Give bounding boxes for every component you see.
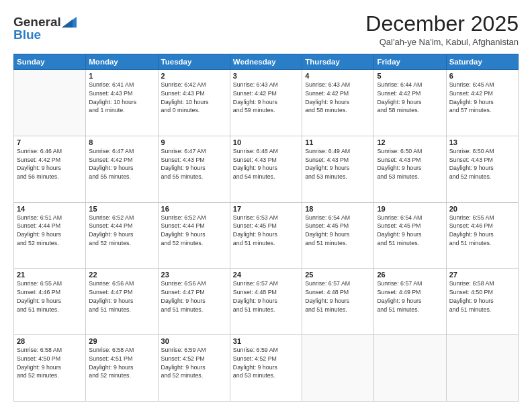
month-title: December 2025 <box>365 12 519 36</box>
day-number: 2 <box>161 72 227 80</box>
calendar-cell: 20Sunrise: 6:55 AMSunset: 4:46 PMDayligh… <box>446 202 518 269</box>
day-info: Sunrise: 6:43 AMSunset: 4:42 PMDaylight:… <box>233 81 299 115</box>
page: General Blue December 2025 Qal'ah-ye Na'… <box>0 0 532 411</box>
day-info: Sunrise: 6:58 AMSunset: 4:51 PMDaylight:… <box>89 346 154 380</box>
calendar-table: SundayMondayTuesdayWednesdayThursdayFrid… <box>13 54 519 402</box>
calendar-cell: 23Sunrise: 6:56 AMSunset: 4:47 PMDayligh… <box>158 269 230 335</box>
day-number: 13 <box>449 138 515 146</box>
day-info: Sunrise: 6:50 AMSunset: 4:43 PMDaylight:… <box>377 147 443 181</box>
day-number: 19 <box>377 205 443 213</box>
day-info: Sunrise: 6:43 AMSunset: 4:42 PMDaylight:… <box>305 81 371 115</box>
day-number: 28 <box>17 337 83 345</box>
day-number: 10 <box>233 138 299 146</box>
calendar-cell: 13Sunrise: 6:50 AMSunset: 4:43 PMDayligh… <box>446 136 518 202</box>
day-number: 31 <box>233 337 299 345</box>
day-info: Sunrise: 6:41 AMSunset: 4:43 PMDaylight:… <box>89 81 154 115</box>
day-info: Sunrise: 6:58 AMSunset: 4:50 PMDaylight:… <box>17 346 83 380</box>
day-info: Sunrise: 6:44 AMSunset: 4:42 PMDaylight:… <box>377 81 443 115</box>
calendar-week-3: 21Sunrise: 6:55 AMSunset: 4:46 PMDayligh… <box>14 269 519 335</box>
calendar-cell: 18Sunrise: 6:54 AMSunset: 4:45 PMDayligh… <box>302 202 374 269</box>
calendar-cell <box>302 335 374 402</box>
calendar-cell: 2Sunrise: 6:42 AMSunset: 4:43 PMDaylight… <box>158 70 230 136</box>
logo-blue: Blue <box>13 28 41 42</box>
calendar-cell: 6Sunrise: 6:45 AMSunset: 4:42 PMDaylight… <box>446 70 518 136</box>
col-header-sunday: Sunday <box>14 54 86 70</box>
day-info: Sunrise: 6:57 AMSunset: 4:49 PMDaylight:… <box>377 279 443 314</box>
day-info: Sunrise: 6:53 AMSunset: 4:45 PMDaylight:… <box>233 214 299 248</box>
calendar-cell: 30Sunrise: 6:59 AMSunset: 4:52 PMDayligh… <box>158 335 230 402</box>
day-number: 14 <box>17 205 83 213</box>
calendar-cell: 10Sunrise: 6:48 AMSunset: 4:43 PMDayligh… <box>230 136 302 202</box>
day-info: Sunrise: 6:54 AMSunset: 4:45 PMDaylight:… <box>377 214 443 248</box>
calendar-week-0: 1Sunrise: 6:41 AMSunset: 4:43 PMDaylight… <box>14 70 519 136</box>
day-info: Sunrise: 6:56 AMSunset: 4:47 PMDaylight:… <box>161 279 227 314</box>
calendar-cell: 16Sunrise: 6:52 AMSunset: 4:44 PMDayligh… <box>158 202 230 269</box>
calendar-cell: 26Sunrise: 6:57 AMSunset: 4:49 PMDayligh… <box>374 269 446 335</box>
header: General Blue December 2025 Qal'ah-ye Na'… <box>13 12 519 47</box>
day-number: 30 <box>161 337 227 345</box>
title-block: December 2025 Qal'ah-ye Na'im, Kabul, Af… <box>365 12 519 47</box>
day-number: 3 <box>233 72 299 80</box>
calendar-cell: 29Sunrise: 6:58 AMSunset: 4:51 PMDayligh… <box>86 335 158 402</box>
col-header-wednesday: Wednesday <box>230 54 302 70</box>
day-info: Sunrise: 6:55 AMSunset: 4:46 PMDaylight:… <box>17 279 83 314</box>
calendar-cell: 27Sunrise: 6:58 AMSunset: 4:50 PMDayligh… <box>446 269 518 335</box>
day-number: 16 <box>161 205 227 213</box>
day-number: 21 <box>17 271 83 279</box>
day-number: 25 <box>305 271 371 279</box>
calendar-week-2: 14Sunrise: 6:51 AMSunset: 4:44 PMDayligh… <box>14 202 519 269</box>
calendar-cell: 8Sunrise: 6:47 AMSunset: 4:42 PMDaylight… <box>86 136 158 202</box>
day-number: 7 <box>17 138 83 146</box>
day-info: Sunrise: 6:56 AMSunset: 4:47 PMDaylight:… <box>89 279 154 314</box>
calendar-cell <box>446 335 518 402</box>
day-info: Sunrise: 6:42 AMSunset: 4:43 PMDaylight:… <box>161 81 227 115</box>
day-info: Sunrise: 6:52 AMSunset: 4:44 PMDaylight:… <box>161 214 227 248</box>
col-header-tuesday: Tuesday <box>158 54 230 70</box>
calendar-cell: 14Sunrise: 6:51 AMSunset: 4:44 PMDayligh… <box>14 202 86 269</box>
calendar-cell: 31Sunrise: 6:59 AMSunset: 4:52 PMDayligh… <box>230 335 302 402</box>
calendar-cell: 1Sunrise: 6:41 AMSunset: 4:43 PMDaylight… <box>86 70 158 136</box>
calendar-cell: 15Sunrise: 6:52 AMSunset: 4:44 PMDayligh… <box>86 202 158 269</box>
calendar-cell: 3Sunrise: 6:43 AMSunset: 4:42 PMDaylight… <box>230 70 302 136</box>
calendar-week-4: 28Sunrise: 6:58 AMSunset: 4:50 PMDayligh… <box>14 335 519 402</box>
calendar-cell: 28Sunrise: 6:58 AMSunset: 4:50 PMDayligh… <box>14 335 86 402</box>
day-info: Sunrise: 6:51 AMSunset: 4:44 PMDaylight:… <box>17 214 83 248</box>
col-header-friday: Friday <box>374 54 446 70</box>
day-number: 4 <box>305 72 371 80</box>
day-info: Sunrise: 6:47 AMSunset: 4:43 PMDaylight:… <box>161 147 227 181</box>
calendar-cell: 9Sunrise: 6:47 AMSunset: 4:43 PMDaylight… <box>158 136 230 202</box>
day-number: 23 <box>161 271 227 279</box>
calendar-cell <box>14 70 86 136</box>
day-number: 29 <box>89 337 154 345</box>
day-info: Sunrise: 6:59 AMSunset: 4:52 PMDaylight:… <box>233 346 299 380</box>
calendar-header-row: SundayMondayTuesdayWednesdayThursdayFrid… <box>14 54 519 70</box>
col-header-monday: Monday <box>86 54 158 70</box>
col-header-saturday: Saturday <box>446 54 518 70</box>
day-number: 18 <box>305 205 371 213</box>
calendar-week-1: 7Sunrise: 6:46 AMSunset: 4:42 PMDaylight… <box>14 136 519 202</box>
calendar-cell: 22Sunrise: 6:56 AMSunset: 4:47 PMDayligh… <box>86 269 158 335</box>
day-number: 24 <box>233 271 299 279</box>
day-info: Sunrise: 6:58 AMSunset: 4:50 PMDaylight:… <box>449 279 515 314</box>
day-info: Sunrise: 6:57 AMSunset: 4:48 PMDaylight:… <box>233 279 299 314</box>
day-info: Sunrise: 6:46 AMSunset: 4:42 PMDaylight:… <box>17 147 83 181</box>
calendar-cell: 19Sunrise: 6:54 AMSunset: 4:45 PMDayligh… <box>374 202 446 269</box>
day-number: 15 <box>89 205 154 213</box>
logo: General Blue <box>13 15 77 42</box>
day-number: 6 <box>449 72 515 80</box>
day-number: 17 <box>233 205 299 213</box>
day-number: 5 <box>377 72 443 80</box>
day-number: 1 <box>89 72 154 80</box>
calendar-cell: 25Sunrise: 6:57 AMSunset: 4:48 PMDayligh… <box>302 269 374 335</box>
day-number: 11 <box>305 138 371 146</box>
day-info: Sunrise: 6:49 AMSunset: 4:43 PMDaylight:… <box>305 147 371 181</box>
day-info: Sunrise: 6:55 AMSunset: 4:46 PMDaylight:… <box>449 214 515 248</box>
day-info: Sunrise: 6:59 AMSunset: 4:52 PMDaylight:… <box>161 346 227 380</box>
logo-icon <box>62 17 77 28</box>
calendar-cell: 21Sunrise: 6:55 AMSunset: 4:46 PMDayligh… <box>14 269 86 335</box>
col-header-thursday: Thursday <box>302 54 374 70</box>
day-info: Sunrise: 6:52 AMSunset: 4:44 PMDaylight:… <box>89 214 154 248</box>
day-number: 9 <box>161 138 227 146</box>
calendar-cell: 5Sunrise: 6:44 AMSunset: 4:42 PMDaylight… <box>374 70 446 136</box>
calendar-cell <box>374 335 446 402</box>
